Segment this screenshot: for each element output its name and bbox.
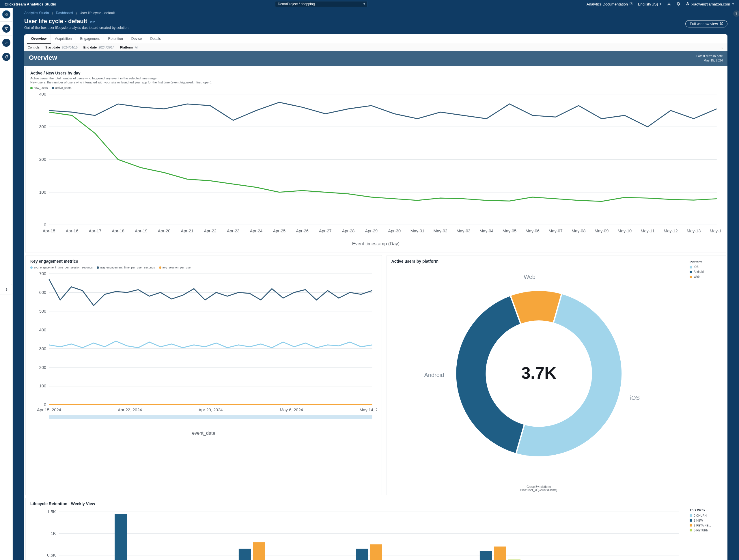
svg-point-0 bbox=[669, 3, 670, 5]
svg-rect-100 bbox=[370, 544, 382, 560]
chart4-legend-title: This Week ... bbox=[690, 508, 721, 512]
start-date-value: 2024/04/15 bbox=[62, 45, 78, 49]
chart4-plot[interactable]: -2K-1.5K-1K-0.5K00.5K1K1.5KApr 15, 2024A… bbox=[30, 507, 684, 560]
caret-down-icon: ▼ bbox=[659, 3, 661, 5]
tab-overview[interactable]: Overview bbox=[27, 34, 51, 43]
svg-text:0: 0 bbox=[44, 223, 46, 227]
tab-device[interactable]: Device bbox=[127, 34, 146, 43]
svg-text:1.5K: 1.5K bbox=[47, 510, 56, 514]
svg-text:Apr-20: Apr-20 bbox=[158, 229, 171, 233]
refresh-label: Latest refresh date bbox=[696, 54, 723, 58]
svg-text:Android: Android bbox=[424, 372, 444, 378]
chart4-title: Lifecycle Retention - Weekly View bbox=[30, 502, 684, 506]
svg-text:Apr-25: Apr-25 bbox=[273, 229, 286, 233]
legend-new-users: new_users bbox=[34, 86, 48, 90]
nav-divider bbox=[0, 21, 12, 22]
chart4-legend: 0-CHURN 1-NEW 2-RETAINE... 3-RETURN bbox=[690, 514, 721, 532]
page-description: Out-of-the-box user lifecycle analysis d… bbox=[24, 26, 129, 30]
settings-icon[interactable] bbox=[667, 2, 671, 6]
platform-control[interactable]: Platform All bbox=[120, 45, 138, 49]
breadcrumb: Analytics Studio ❯ Dashboard ❯ User life… bbox=[24, 11, 727, 15]
dot-icon bbox=[30, 266, 33, 269]
page-header: ? Analytics Studio ❯ Dashboard ❯ User li… bbox=[13, 8, 739, 34]
svg-rect-2 bbox=[5, 13, 6, 14]
legend-ios: iOS bbox=[694, 265, 699, 268]
svg-text:0.5K: 0.5K bbox=[47, 553, 56, 557]
full-view-label: Full window view bbox=[690, 22, 718, 26]
end-date-control[interactable]: End date 2024/05/14 bbox=[84, 45, 115, 49]
nav-funnel-icon[interactable] bbox=[2, 24, 10, 33]
chart1-title: Active / New Users by day bbox=[30, 71, 721, 75]
svg-text:Apr-17: Apr-17 bbox=[89, 229, 101, 233]
tab-bar: Overview Acquisition Engagement Retentio… bbox=[24, 34, 727, 44]
language-dropdown[interactable]: English(US) ▼ bbox=[638, 2, 661, 6]
svg-text:Apr-27: Apr-27 bbox=[319, 229, 332, 233]
full-window-view-button[interactable]: Full window view bbox=[685, 20, 727, 27]
legend-retained: 2-RETAINE... bbox=[694, 524, 711, 527]
dashboard-card: Overview Acquisition Engagement Retentio… bbox=[24, 34, 727, 560]
svg-text:500: 500 bbox=[39, 309, 46, 313]
svg-text:300: 300 bbox=[39, 124, 46, 129]
documentation-link[interactable]: Analytics Documentation bbox=[587, 2, 633, 6]
dot-icon bbox=[52, 87, 54, 89]
controls-collapse-icon[interactable]: ⌄ bbox=[721, 45, 723, 49]
nav-tag-icon[interactable] bbox=[2, 53, 10, 61]
nav-dashboard-icon[interactable] bbox=[2, 10, 10, 18]
svg-text:Apr-30: Apr-30 bbox=[388, 229, 401, 233]
chevron-right-icon: ❯ bbox=[75, 12, 78, 15]
svg-text:May-14: May-14 bbox=[710, 229, 721, 233]
legend-eng2: avg_engagement_time_per_user_seconds bbox=[100, 266, 155, 269]
breadcrumb-link-dashboard[interactable]: Dashboard bbox=[56, 11, 73, 15]
svg-rect-69 bbox=[49, 415, 372, 419]
refresh-value: May 15, 2024 bbox=[696, 58, 723, 62]
external-link-icon bbox=[629, 2, 633, 6]
dot-icon bbox=[30, 87, 33, 89]
svg-text:May-13: May-13 bbox=[687, 229, 701, 233]
tab-details[interactable]: Details bbox=[146, 34, 165, 43]
controls-bar: Controls Start date 2024/04/15 End date … bbox=[24, 44, 727, 51]
help-icon[interactable]: ? bbox=[733, 10, 739, 17]
nav-expand-button[interactable]: ❯ bbox=[0, 284, 13, 294]
info-link[interactable]: Info bbox=[90, 20, 95, 24]
chart3-plot[interactable]: WebiOSAndroid3.7K bbox=[392, 265, 686, 482]
user-menu[interactable]: xiaoweii@amazon.com ▼ bbox=[686, 2, 734, 7]
notifications-icon[interactable] bbox=[676, 2, 681, 6]
brand-title: Clickstream Analytics Studio bbox=[5, 2, 56, 6]
svg-text:Apr-24: Apr-24 bbox=[250, 229, 263, 233]
svg-text:May-07: May-07 bbox=[549, 229, 563, 233]
square-icon bbox=[690, 514, 692, 517]
svg-text:May-03: May-03 bbox=[456, 229, 470, 233]
chart2-plot[interactable]: 0100200300400500600700Apr 15, 2024Apr 22… bbox=[30, 269, 377, 438]
breadcrumb-link-studio[interactable]: Analytics Studio bbox=[24, 11, 49, 15]
section-platform-donut: Active users by platform WebiOSAndroid3.… bbox=[387, 255, 726, 495]
square-icon bbox=[690, 276, 692, 278]
controls-label: Controls bbox=[28, 45, 39, 49]
svg-rect-95 bbox=[239, 549, 251, 560]
svg-point-1 bbox=[687, 2, 689, 4]
nav-edit-icon[interactable] bbox=[2, 39, 10, 47]
legend-eng3: avg_session_per_user bbox=[162, 266, 192, 269]
legend-eng1: avg_engagement_time_per_session_seconds bbox=[34, 266, 93, 269]
svg-text:1K: 1K bbox=[51, 531, 56, 536]
svg-text:May-01: May-01 bbox=[411, 229, 425, 233]
platform-legend-title: Platform bbox=[690, 260, 721, 264]
svg-text:Apr-29: Apr-29 bbox=[365, 229, 378, 233]
svg-text:iOS: iOS bbox=[630, 395, 639, 401]
tab-engagement[interactable]: Engagement bbox=[76, 34, 104, 43]
tab-retention[interactable]: Retention bbox=[104, 34, 127, 43]
start-date-control[interactable]: Start date 2024/04/15 bbox=[45, 45, 78, 49]
svg-rect-92 bbox=[115, 514, 127, 560]
legend-return: 3-RETURN bbox=[694, 529, 708, 532]
section-lifecycle-retention: Lifecycle Retention - Weekly View -2K-1.… bbox=[25, 498, 726, 560]
svg-text:Apr-19: Apr-19 bbox=[135, 229, 148, 233]
nav-divider bbox=[0, 35, 12, 36]
svg-text:May 14, 2024: May 14, 2024 bbox=[359, 408, 377, 412]
overview-header: Overview Latest refresh date May 15, 202… bbox=[24, 51, 727, 66]
svg-text:Apr-16: Apr-16 bbox=[66, 229, 79, 233]
svg-text:May-04: May-04 bbox=[479, 229, 494, 233]
svg-text:event_date: event_date bbox=[192, 430, 215, 436]
project-dropdown[interactable]: DemoProject / shopping ▼ bbox=[275, 1, 367, 7]
chart1-plot[interactable]: 0100200300400Apr-15Apr-16Apr-17Apr-18Apr… bbox=[30, 90, 721, 248]
svg-text:Apr-23: Apr-23 bbox=[227, 229, 240, 233]
tab-acquisition[interactable]: Acquisition bbox=[51, 34, 76, 43]
